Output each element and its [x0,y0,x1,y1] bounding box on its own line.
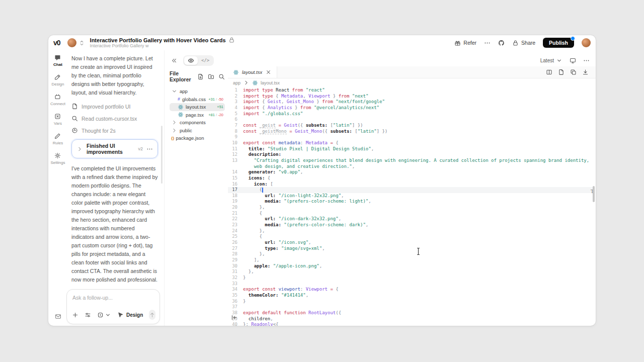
code-area[interactable]: 1import type React from "react"2import t… [228,87,593,326]
search-icon[interactable] [218,73,225,80]
file-diff-icon[interactable] [558,69,565,75]
code-line-21[interactable]: 21 { [228,211,593,217]
code-line-38[interactable]: 38export default function RootLayout({ [228,310,593,316]
split-view-icon[interactable] [546,69,552,75]
sidebar-item-rules[interactable]: Rules [50,133,65,145]
code-line-15[interactable]: 15 icons: { [228,175,593,182]
version-more-button[interactable] [146,146,153,152]
tree-item-globals-css[interactable]: #globals.css+31 / -50 [170,96,225,104]
copy-file-icon[interactable] [570,69,577,75]
task-row[interactable]: Read custom-cursor.tsx [71,115,158,122]
preview-eye-toggle[interactable] [184,56,198,65]
publish-button[interactable]: Publish [543,38,574,48]
sidebar-item-design[interactable]: Design [50,74,65,86]
code-line-28[interactable]: 28 }, [228,251,593,257]
code-line-31[interactable]: 31 }, [228,269,593,275]
breadcrumb-app[interactable]: app [233,80,240,85]
version-card[interactable]: Finished UI improvements v2 [71,139,158,158]
code-line-37[interactable]: 37 [228,304,593,310]
code-line-17[interactable]: 17 { [228,187,593,193]
version-dropdown[interactable]: Latest [540,57,562,64]
code-line-25[interactable]: 25 { [228,234,593,240]
code-line-20[interactable]: 20 }, [228,205,593,211]
css-file-icon: # [178,97,180,102]
code-line-27[interactable]: 27 type: "image/svg+xml", [228,246,593,252]
close-tab-icon[interactable] [265,69,272,75]
code-line-5[interactable]: 5import "./globals.css" [228,111,593,117]
code-line-39[interactable]: 39 children, [228,316,593,322]
code-line-4[interactable]: 4import { Analytics } from "@vercel/anal… [228,105,593,111]
monitor-icon[interactable] [570,57,576,64]
line-number: 29 [228,257,243,263]
collapse-explorer-icon[interactable] [231,314,237,321]
v0-logo[interactable]: v0 [53,39,60,47]
code-line-24[interactable]: 24 }, [228,228,593,234]
sidebar-item-settings[interactable]: Settings [50,152,65,165]
tree-item-app[interactable]: app [170,87,225,96]
sidebar-item-vars[interactable]: Vars [50,113,65,126]
code-line-19[interactable]: 19 media: "(prefers-color-scheme: light)… [228,199,593,205]
code-line-23[interactable]: 23 media: "(prefers-color-scheme: dark)"… [228,222,593,228]
code-line-3[interactable]: 3import { Geist, Geist_Mono } from "next… [228,99,593,105]
tree-item-components[interactable]: components [170,119,225,127]
task-row[interactable]: Improved portfolio UI [71,103,158,110]
project-avatar[interactable] [67,38,76,47]
code-line-1[interactable]: 1import type React from "react" [228,87,593,94]
user-avatar[interactable] [582,38,591,47]
tree-item-page-tsx[interactable]: page.tsx+81 / -20 [170,111,225,119]
send-button[interactable] [149,310,155,320]
code-line-18[interactable]: 18 url: "/icon-light-32x32.png", [228,193,593,199]
sliders-button[interactable] [85,312,91,318]
tree-item-public[interactable]: public [170,127,225,135]
diff-stats: +81 / -20 [208,113,223,117]
workspace-more-button[interactable] [583,57,590,64]
code-line-6[interactable]: 6 [228,117,593,123]
code-line-26[interactable]: 26 url: "/icon.svg", [228,240,593,246]
model-selector-button[interactable] [97,312,111,318]
chat-scrollbar[interactable] [161,126,163,184]
chevron-updown-icon[interactable] [78,40,85,46]
header-more-button[interactable] [484,40,491,46]
code-line-22[interactable]: 22 url: "/icon-dark-32x32.png", [228,216,593,222]
tab-layout-tsx[interactable]: layout.tsx [228,66,277,78]
code-line-10[interactable]: 10export const metadata: Metadata = { [228,140,593,146]
new-file-icon[interactable] [197,73,204,80]
editor-scrollbar[interactable] [593,186,595,202]
code-line-36[interactable]: 36} [228,299,593,305]
code-line-40[interactable]: 40}: Readonly<{ [228,322,593,326]
code-line-9[interactable]: 9 [228,134,593,140]
task-row[interactable]: Thought for 2s [71,127,158,134]
chat-input-placeholder[interactable]: Ask a follow-up... [72,295,154,301]
sidebar-item-chat[interactable]: Chat [50,54,65,67]
line-number: 3 [228,99,243,105]
download-icon[interactable] [582,69,589,75]
mail-icon[interactable] [55,313,61,320]
code-line-33[interactable]: 33 [228,281,593,287]
refer-button[interactable]: Refer [454,40,476,46]
code-line-8[interactable]: 8const _geistMono = Geist_Mono({ subsets… [228,129,593,135]
github-icon[interactable] [498,40,505,46]
tree-item-package-json[interactable]: { }package.json [170,134,225,142]
code-line-29[interactable]: 29 ], [228,257,593,263]
collapse-panel-icon[interactable] [171,57,177,64]
code-line-34[interactable]: 34export const viewport: Viewport = { [228,287,593,293]
sidebar-item-connect[interactable]: Connect [50,94,65,106]
code-line-16[interactable]: 16 icon: [ [228,182,593,188]
share-button[interactable]: Share [512,40,535,46]
chat-input-card[interactable]: Ask a follow-up... Design [66,289,160,324]
code-line-12[interactable]: 12 description: [228,152,593,158]
code-line-11[interactable]: 11 title: "Studio Pixel | Digital Design… [228,146,593,152]
code-line-32[interactable]: 32} [228,275,593,281]
code-line-7[interactable]: 7const _geist = Geist({ subsets: ["latin… [228,123,593,129]
code-line-14[interactable]: 14 generator: "v0.app", [228,169,593,175]
design-mode-button[interactable]: Design [117,312,143,318]
attach-plus-button[interactable] [72,312,78,318]
code-toggle[interactable]: </> [198,57,213,64]
code-line-13[interactable]: 13 "Crafting digital experiences that bl… [228,158,593,169]
new-folder-icon[interactable] [208,73,214,80]
tree-item-layout-tsx[interactable]: layout.tsx+51 [170,103,225,111]
breadcrumb-file[interactable]: layout.tsx [261,80,280,85]
code-line-35[interactable]: 35 themeColor: "#141414", [228,293,593,299]
code-line-30[interactable]: 30 apple: "/apple-icon.png", [228,263,593,269]
code-line-2[interactable]: 2import type { Metadata, Viewport } from… [228,94,593,100]
